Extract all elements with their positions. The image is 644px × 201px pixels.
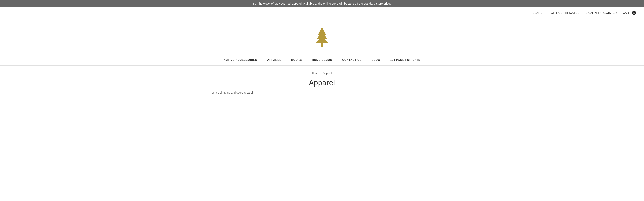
gift-certificates-link[interactable]: GIFT CERTIFICATES <box>551 11 580 15</box>
svg-rect-0 <box>321 43 323 47</box>
utility-nav: SEARCH GIFT CERTIFICATES SIGN IN or REGI… <box>0 7 644 19</box>
page-description: Female climbing and sport apparel. <box>210 91 434 94</box>
sign-in-link[interactable]: SIGN IN <box>586 11 597 15</box>
sign-in-register-group: SIGN IN or REGISTER <box>586 11 617 15</box>
nav-blog[interactable]: BLOG <box>372 58 380 61</box>
nav-404-page-for-cats[interactable]: 404 PAGE FOR CATS <box>390 58 420 61</box>
register-link[interactable]: REGISTER <box>602 11 617 15</box>
cart-label: CART <box>623 11 631 15</box>
breadcrumb: Home / Apparel <box>210 72 434 75</box>
main-nav: ACTIVE ACCESSORIES APPAREL BOOKS HOME DE… <box>0 54 644 66</box>
nav-home-decor[interactable]: HOME DECOR <box>312 58 332 61</box>
page-title: Apparel <box>210 79 434 87</box>
announcement-bar: For the week of May 20th, all apparel av… <box>0 0 644 7</box>
logo-link[interactable] <box>314 27 330 48</box>
nav-active-accessories[interactable]: ACTIVE ACCESSORIES <box>224 58 257 61</box>
breadcrumb-current: Apparel <box>323 72 332 75</box>
nav-books[interactable]: BOOKS <box>291 58 302 61</box>
content-area: Home / Apparel Apparel Female climbing a… <box>202 66 442 102</box>
nav-apparel[interactable]: APPAREL <box>267 58 281 61</box>
cart-count-badge: 1 <box>632 11 636 15</box>
logo-area <box>0 19 644 54</box>
cart-link[interactable]: CART 1 <box>623 11 636 15</box>
search-link[interactable]: SEARCH <box>532 11 544 15</box>
announcement-text: For the week of May 20th, all apparel av… <box>253 2 391 5</box>
breadcrumb-home[interactable]: Home <box>312 72 319 75</box>
svg-marker-3 <box>318 27 326 35</box>
or-separator: or <box>598 11 600 15</box>
nav-contact-us[interactable]: CONTACT US <box>342 58 362 61</box>
logo-tree-icon <box>314 27 330 47</box>
breadcrumb-separator: / <box>320 72 322 75</box>
